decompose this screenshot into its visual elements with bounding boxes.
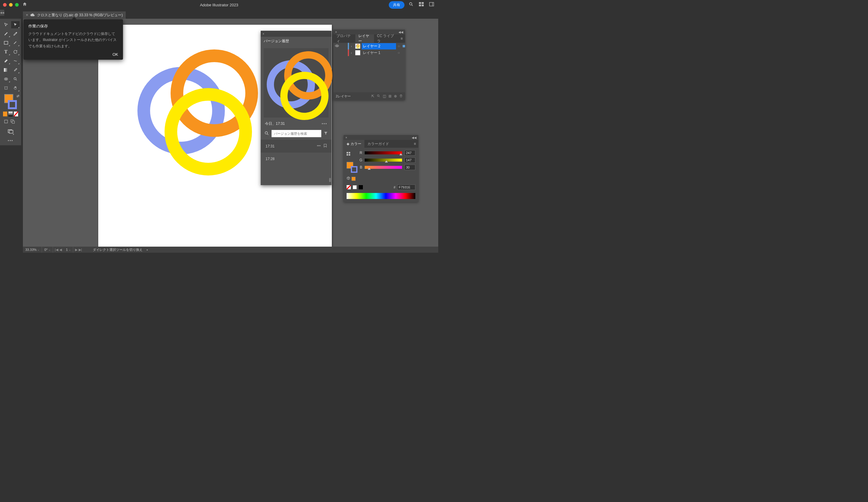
target-button[interactable]: ○ [396,51,402,55]
stroke-swatch[interactable] [8,100,17,109]
black-swatch[interactable] [359,185,363,189]
g-slider[interactable] [365,158,402,162]
hand-tool[interactable] [11,84,20,92]
width-tool[interactable] [11,57,20,64]
scrollbar-thumb[interactable] [329,178,331,182]
target-button[interactable]: ○ [396,44,402,48]
version-item[interactable]: 17:28 [261,153,331,165]
panel-collapse-button[interactable]: ◀◀ [412,136,416,139]
r-slider[interactable] [365,151,402,154]
new-sublayer-icon[interactable]: ⊞ [389,94,392,99]
first-artboard-button[interactable]: |◀ [55,248,58,252]
swap-fill-stroke-button[interactable]: ⇄ [17,94,19,98]
color-mode-button[interactable] [3,112,7,116]
filter-icon[interactable] [324,131,328,136]
panel-menu-button[interactable]: ≡ [398,34,405,43]
artboard-number[interactable]: 1 ⌵ [64,247,73,253]
curvature-tool[interactable] [11,30,20,38]
version-history-tab[interactable]: バージョン履歴 [261,37,331,45]
paintbrush-tool[interactable] [11,39,20,47]
type-tool[interactable]: T [2,48,10,55]
tab-layers[interactable]: レイヤー [355,34,374,43]
zoom-tool[interactable] [11,75,20,83]
draw-normal-button[interactable] [3,119,9,124]
g-input[interactable] [404,157,415,163]
collapse-toolbox-button[interactable]: ◀◀ [0,10,4,16]
clip-mask-icon[interactable]: ◫ [383,94,386,99]
none-mode-button[interactable] [14,112,18,116]
r-input[interactable] [404,150,415,156]
layer-row[interactable]: › レイヤー 2 ○ [333,43,405,50]
next-artboard-button[interactable]: ▶ [75,248,78,252]
prev-artboard-button[interactable]: ◀ [59,248,62,252]
search-button[interactable] [407,1,415,9]
gradient-mode-button[interactable] [8,112,13,116]
delete-layer-icon[interactable] [399,94,403,99]
layer-name[interactable]: レイヤー 1 [362,50,396,56]
white-swatch[interactable] [353,185,357,189]
arrange-documents-button[interactable] [418,1,425,9]
direct-selection-tool[interactable] [11,21,20,28]
bookmark-icon[interactable] [324,144,327,148]
window-close-button[interactable] [3,3,7,7]
tab-properties[interactable]: プロパティ [333,34,355,43]
pen-tool[interactable] [2,30,10,38]
tab-color-guide[interactable]: カラーガイド [364,140,392,148]
panel-close-button[interactable]: × [335,30,337,34]
rotate-tool[interactable] [11,48,20,55]
preview-swatch[interactable] [351,177,355,181]
locate-object-icon[interactable] [377,94,380,99]
zoom-control[interactable]: 33.33% ⌵ [23,247,42,253]
eraser-tool[interactable] [2,57,10,64]
none-swatch[interactable] [347,185,351,189]
share-button[interactable]: 共有 [389,1,404,9]
rotation-control[interactable]: 0° ⌵ [42,247,53,253]
gradient-tool[interactable] [2,66,10,74]
b-slider[interactable] [365,166,402,169]
panel-collapse-button[interactable]: ◀◀ [399,30,403,34]
artboard-tool[interactable] [2,84,10,92]
panel-menu-button[interactable]: ≡ [411,140,418,148]
panel-close-button[interactable]: × [262,32,264,35]
close-tab-button[interactable]: × [26,13,28,17]
disclosure-button[interactable]: › [349,51,354,54]
color-spectrum[interactable] [347,193,415,199]
version-item[interactable]: 17:31 ••• [261,140,331,153]
version-item-more-button[interactable]: ••• [317,144,321,148]
layer-row[interactable]: › レイヤー 1 ○ [333,50,405,56]
workspace-button[interactable] [428,1,435,9]
version-more-button[interactable]: ••• [322,122,327,126]
artwork-ring-yellow[interactable] [165,88,252,175]
layer-name[interactable]: レイヤー 2 [362,43,396,50]
tooltip-ok-button[interactable]: OK [28,52,118,57]
window-minimize-button[interactable] [9,3,13,7]
rectangle-tool[interactable] [2,39,10,47]
tab-color[interactable]: ◈カラー [344,140,364,148]
grid-icon[interactable] [347,152,355,156]
draw-behind-button[interactable] [10,119,16,124]
hint-menu-button[interactable]: ▸ [145,248,150,251]
chevron-down-icon[interactable]: ⌵ [38,248,39,251]
version-search-input[interactable] [271,130,321,137]
version-thumbnail[interactable] [264,48,329,117]
last-artboard-button[interactable]: ▶| [79,248,82,252]
eyedropper-tool[interactable] [11,66,20,74]
export-icon[interactable]: ⇱ [371,94,374,99]
cube-icon[interactable] [347,176,350,181]
tab-cc-libraries[interactable]: CC ライブラ [374,34,398,43]
visibility-toggle[interactable] [333,44,341,48]
home-button[interactable] [22,2,27,8]
shape-builder-tool[interactable] [2,75,10,83]
selection-tool[interactable] [2,21,10,28]
screen-mode-button[interactable] [7,128,14,135]
b-input[interactable] [404,165,415,170]
chevron-down-icon[interactable]: ⌵ [69,248,71,251]
window-zoom-button[interactable] [15,3,19,7]
new-layer-icon[interactable]: ⊕ [394,94,397,99]
panel-close-button[interactable]: × [345,136,347,139]
hex-input[interactable] [397,185,415,190]
disclosure-button[interactable]: › [349,45,354,48]
panel-stroke-swatch[interactable] [351,166,358,173]
edit-toolbar-button[interactable]: ••• [1,139,20,143]
chevron-down-icon[interactable]: ⌵ [49,248,50,251]
